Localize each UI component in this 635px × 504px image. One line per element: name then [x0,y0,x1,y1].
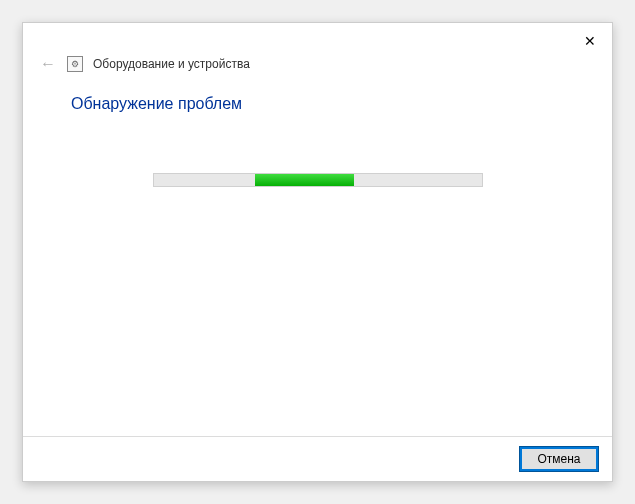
troubleshoot-icon: ⚙ [67,56,83,72]
progress-container [71,173,564,187]
status-heading: Обнаружение проблем [71,95,564,113]
close-button[interactable]: ✕ [578,29,602,53]
progress-bar [153,173,483,187]
header-row: ← ⚙ Оборудование и устройства [23,55,612,85]
titlebar: ✕ [23,23,612,55]
back-button: ← [39,55,57,73]
footer: Отмена [23,436,612,481]
progress-indicator [255,174,353,186]
close-icon: ✕ [584,33,596,49]
content-area: Обнаружение проблем [23,85,612,436]
cancel-button[interactable]: Отмена [520,447,598,471]
arrow-left-icon: ← [40,55,56,73]
window-title: Оборудование и устройства [93,57,250,71]
troubleshooter-window: ✕ ← ⚙ Оборудование и устройства Обнаруже… [22,22,613,482]
